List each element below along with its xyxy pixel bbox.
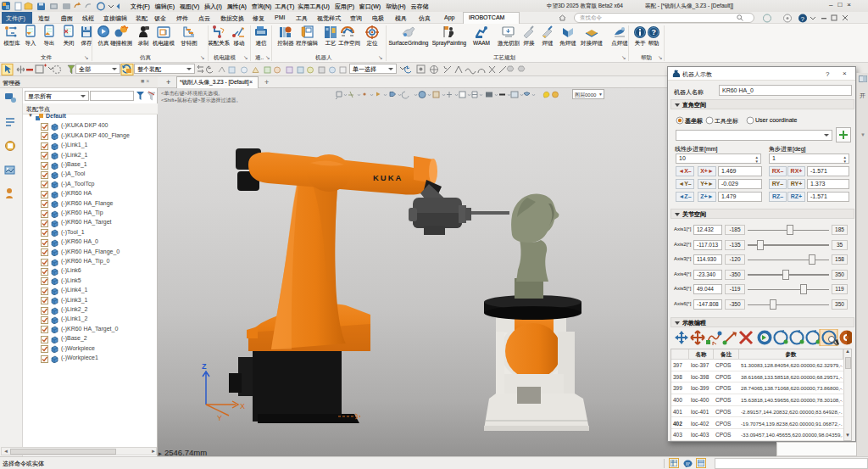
svg-text:X: X xyxy=(240,402,245,410)
svg-text:Z: Z xyxy=(202,362,207,371)
svg-text:?: ? xyxy=(801,15,805,23)
svg-text:?: ? xyxy=(652,28,657,36)
svg-text:KUKA: KUKA xyxy=(373,173,403,182)
svg-text:Y: Y xyxy=(217,414,222,422)
